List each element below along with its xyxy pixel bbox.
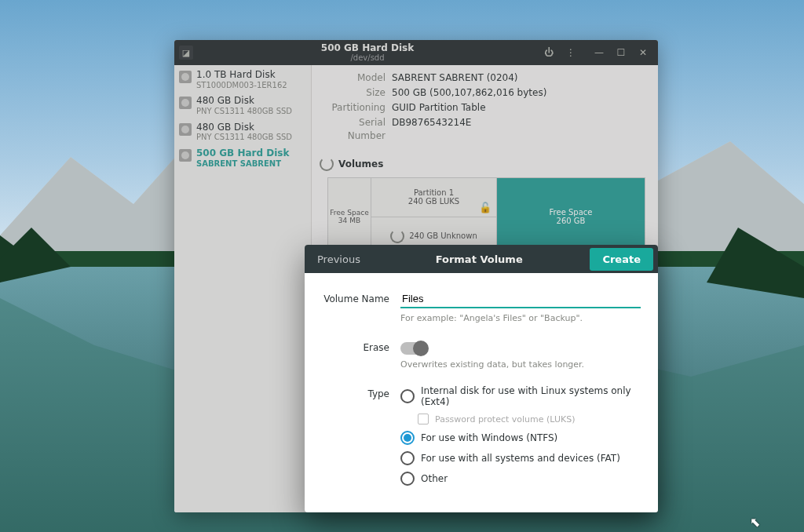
volume-name-input[interactable] [400,290,641,308]
erase-hint: Overwrites existing data, but takes long… [400,359,638,370]
radio-icon [400,451,415,465]
erase-toggle[interactable] [400,342,427,355]
dialog-header: Previous Format Volume Create [305,245,658,273]
radio-icon [400,389,415,403]
type-option-luks: Password protect volume (LUKS) [400,414,638,425]
type-option-ntfs[interactable]: For use with Windows (NTFS) [400,431,638,445]
type-label: Type [305,385,400,492]
cursor-icon: ⬉ [750,515,760,530]
type-option-other[interactable]: Other [400,472,638,486]
volume-name-hint: For example: "Angela's Files" or "Backup… [400,313,638,323]
dialog-form: Volume Name For example: "Angela's Files… [305,273,658,512]
format-volume-dialog: Previous Format Volume Create Volume Nam… [305,245,658,512]
create-button[interactable]: Create [590,248,653,271]
radio-icon [400,472,415,486]
type-option-ext4[interactable]: Internal disk for use with Linux systems… [400,385,638,407]
checkbox-icon [418,414,429,425]
volume-name-label: Volume Name [305,290,400,334]
previous-button[interactable]: Previous [309,249,368,270]
type-option-fat[interactable]: For use with all systems and devices (FA… [400,451,638,465]
radio-icon [400,431,415,445]
erase-label: Erase [305,339,400,381]
dialog-title: Format Volume [368,253,590,265]
